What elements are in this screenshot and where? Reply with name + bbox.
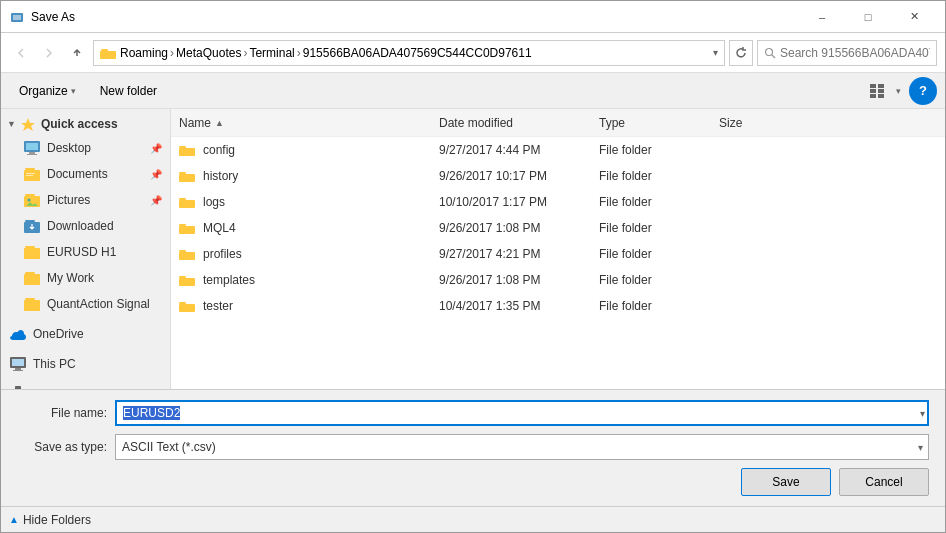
col-header-size[interactable]: Size (719, 116, 799, 130)
table-row[interactable]: tester 10/4/2017 1:35 PM File folder (171, 293, 945, 319)
svg-rect-50 (179, 250, 186, 252)
table-row[interactable]: templates 9/26/2017 1:08 PM File folder (171, 267, 945, 293)
folder-icon (179, 194, 195, 210)
svg-point-4 (766, 48, 773, 55)
file-date: 10/4/2017 1:35 PM (439, 299, 599, 313)
title-bar: Save As – □ ✕ (1, 1, 945, 33)
file-date: 9/27/2017 4:44 PM (439, 143, 599, 157)
table-row[interactable]: config 9/27/2017 4:44 PM File folder (171, 137, 945, 163)
filename-dropdown-arrow[interactable]: ▾ (920, 408, 925, 419)
sidebar-item-thispc[interactable]: This PC (1, 351, 170, 377)
svg-rect-29 (24, 274, 40, 285)
svg-point-23 (28, 199, 31, 202)
maximize-button[interactable]: □ (845, 1, 891, 33)
breadcrumb-metaquotes: MetaQuotes (176, 46, 241, 60)
sidebar-item-onedrive[interactable]: OneDrive (1, 321, 170, 347)
col-header-name[interactable]: Name ▲ (179, 116, 439, 130)
filename-row: File name: ▾ (17, 400, 929, 426)
file-name: config (203, 143, 235, 157)
refresh-button[interactable] (729, 40, 753, 66)
file-name: templates (203, 273, 255, 287)
search-input[interactable] (780, 46, 930, 60)
sidebar-item-pictures[interactable]: Pictures 📌 (1, 187, 170, 213)
svg-rect-55 (179, 304, 195, 312)
hide-folders-toggle[interactable]: ▲ Hide Folders (9, 513, 91, 527)
table-row[interactable]: history 9/26/2017 10:17 PM File folder (171, 163, 945, 189)
onedrive-icon (9, 325, 27, 343)
view-dropdown-arrow[interactable]: ▾ (896, 86, 901, 96)
minimize-button[interactable]: – (799, 1, 845, 33)
sidebar-section-network: Network (1, 381, 170, 389)
svg-rect-46 (179, 198, 186, 200)
file-date: 10/10/2017 1:17 PM (439, 195, 599, 209)
file-name: profiles (203, 247, 242, 261)
svg-rect-54 (179, 302, 186, 304)
help-button[interactable]: ? (909, 77, 937, 105)
search-box[interactable] (757, 40, 937, 66)
organize-arrow: ▾ (71, 86, 76, 96)
svg-rect-21 (25, 194, 35, 196)
col-header-date[interactable]: Date modified (439, 116, 599, 130)
sidebar-item-downloaded[interactable]: Downloaded (1, 213, 170, 239)
file-date: 9/27/2017 4:21 PM (439, 247, 599, 261)
pictures-icon (23, 191, 41, 209)
table-row[interactable]: profiles 9/27/2017 4:21 PM File folder (171, 241, 945, 267)
quantaction-icon (23, 295, 41, 313)
svg-rect-20 (26, 175, 33, 176)
new-folder-button[interactable]: New folder (90, 77, 167, 105)
savetype-select-wrapper: ASCII Text (*.csv) ▾ (115, 434, 929, 460)
savetype-label: Save as type: (17, 440, 107, 454)
back-button[interactable] (9, 41, 33, 65)
svg-rect-34 (15, 368, 21, 370)
view-button[interactable] (864, 77, 892, 105)
table-row[interactable]: logs 10/10/2017 1:17 PM File folder (171, 189, 945, 215)
organize-button[interactable]: Organize ▾ (9, 77, 86, 105)
quick-access-arrow: ▼ (7, 119, 16, 129)
sidebar-item-quantaction[interactable]: QuantAction Signal (1, 291, 170, 317)
save-button[interactable]: Save (741, 468, 831, 496)
breadcrumb[interactable]: Roaming › MetaQuotes › Terminal › 915566… (93, 40, 725, 66)
bottom-panel: File name: ▾ Save as type: ASCII Text (*… (1, 389, 945, 506)
close-button[interactable]: ✕ (891, 1, 937, 33)
svg-rect-44 (179, 172, 186, 174)
sidebar-item-desktop[interactable]: Desktop 📌 (1, 135, 170, 161)
svg-rect-1 (13, 15, 21, 20)
table-row[interactable]: MQL4 9/26/2017 1:08 PM File folder (171, 215, 945, 241)
sidebar-item-network[interactable]: Network (1, 381, 170, 389)
svg-rect-49 (179, 226, 195, 234)
up-button[interactable] (65, 41, 89, 65)
breadcrumb-terminal: Terminal (249, 46, 294, 60)
savetype-select[interactable]: ASCII Text (*.csv) (115, 434, 929, 460)
col-header-type[interactable]: Type (599, 116, 719, 130)
svg-rect-35 (13, 370, 23, 371)
toolbar: Organize ▾ New folder ▾ ? (1, 73, 945, 109)
svg-rect-11 (878, 94, 884, 98)
sidebar-item-mywork[interactable]: My Work (1, 265, 170, 291)
downloaded-icon (23, 217, 41, 235)
svg-rect-28 (25, 272, 35, 274)
svg-rect-2 (101, 49, 108, 51)
filename-input[interactable] (115, 400, 929, 426)
svg-rect-10 (870, 94, 876, 98)
forward-button[interactable] (37, 41, 61, 65)
bottom-buttons: Save Cancel (17, 468, 929, 496)
file-name: logs (203, 195, 225, 209)
hide-folders-label: Hide Folders (23, 513, 91, 527)
footer-bar: ▲ Hide Folders (1, 506, 945, 532)
svg-rect-26 (25, 246, 35, 248)
sidebar-item-documents[interactable]: Documents 📌 (1, 161, 170, 187)
svg-rect-31 (24, 300, 40, 311)
svg-rect-9 (878, 89, 884, 93)
file-date: 9/26/2017 10:17 PM (439, 169, 599, 183)
save-as-dialog: Save As – □ ✕ Roaming › MetaQuotes › Ter… (0, 0, 946, 533)
file-list-header: Name ▲ Date modified Type Size (171, 109, 945, 137)
svg-rect-3 (100, 51, 116, 59)
cancel-button[interactable]: Cancel (839, 468, 929, 496)
savetype-row: Save as type: ASCII Text (*.csv) ▾ (17, 434, 929, 460)
svg-rect-48 (179, 224, 186, 226)
filename-input-wrapper: ▾ (115, 400, 929, 426)
quick-access-header[interactable]: ▼ Quick access (1, 113, 170, 135)
sidebar-item-eurusd[interactable]: EURUSD H1 (1, 239, 170, 265)
svg-rect-19 (26, 173, 35, 174)
sidebar-section-quick-access: ▼ Quick access Desktop 📌 Documents 📌 (1, 113, 170, 317)
